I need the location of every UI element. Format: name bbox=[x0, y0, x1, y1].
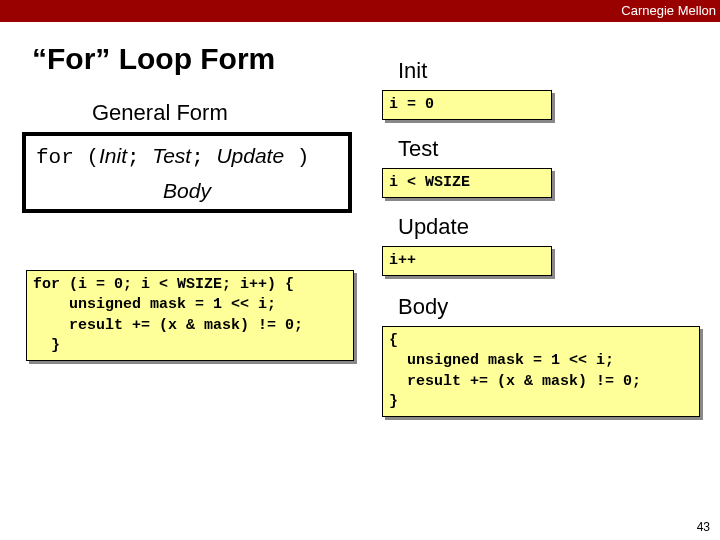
init-label: Init bbox=[398, 58, 427, 84]
update-label: Update bbox=[398, 214, 469, 240]
init-code-box: i = 0 bbox=[382, 90, 552, 120]
for-keyword: for bbox=[36, 146, 74, 169]
example-code-box: for (i = 0; i < WSIZE; i++) { unsigned m… bbox=[26, 270, 354, 361]
init-placeholder: Init bbox=[99, 144, 127, 167]
test-code-box: i < WSIZE bbox=[382, 168, 552, 198]
update-placeholder: Update bbox=[216, 144, 284, 167]
open-paren: ( bbox=[74, 146, 99, 169]
general-form-heading: General Form bbox=[92, 100, 228, 126]
brand-label: Carnegie Mellon bbox=[621, 3, 716, 18]
syntax-line: for (Init; Test; Update ) bbox=[36, 144, 338, 169]
body-code-box: { unsigned mask = 1 << i; result += (x &… bbox=[382, 326, 700, 417]
update-code-box: i++ bbox=[382, 246, 552, 276]
page-number: 43 bbox=[697, 520, 710, 534]
test-label: Test bbox=[398, 136, 438, 162]
page-title: “For” Loop Form bbox=[32, 42, 275, 76]
syntax-box: for (Init; Test; Update ) Body bbox=[22, 132, 352, 213]
body-label: Body bbox=[398, 294, 448, 320]
body-placeholder: Body bbox=[36, 179, 338, 203]
sep2: ; bbox=[191, 146, 216, 169]
sep1: ; bbox=[127, 146, 152, 169]
header-bar: Carnegie Mellon bbox=[0, 0, 720, 22]
close-paren: ) bbox=[284, 146, 309, 169]
test-placeholder: Test bbox=[152, 144, 191, 167]
